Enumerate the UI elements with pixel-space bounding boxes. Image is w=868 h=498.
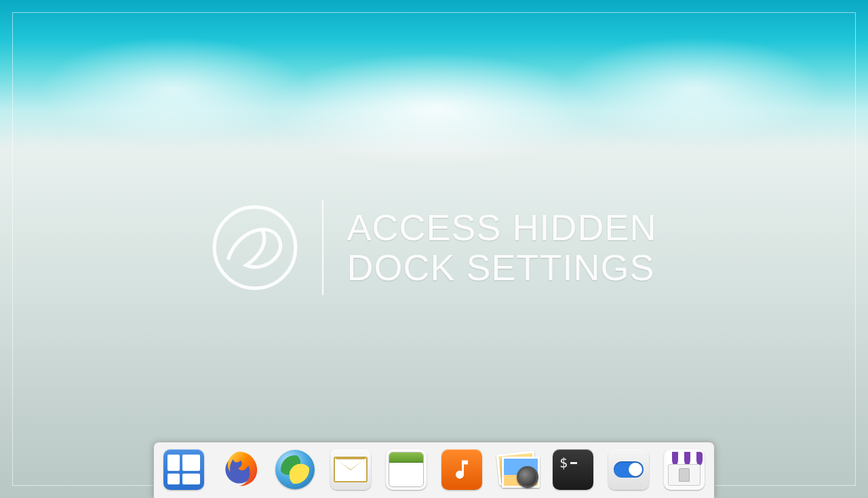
dock-item-appcenter[interactable] [663, 448, 706, 491]
firefox-icon [219, 448, 260, 491]
dock-item-photos[interactable] [496, 448, 539, 491]
dock-item-mail[interactable] [329, 448, 372, 491]
globe-icon [275, 450, 315, 489]
dock-item-terminal[interactable]: $ [551, 448, 595, 491]
appcenter-icon [664, 449, 705, 490]
photos-icon [498, 453, 537, 486]
hero-title-line1: ACCESS HIDDEN [347, 208, 656, 248]
mail-icon [330, 449, 371, 490]
calendar-icon [386, 449, 427, 490]
settings-icon [608, 449, 649, 490]
dock-item-web[interactable] [273, 448, 317, 491]
hero-divider [322, 200, 323, 295]
hero-banner: ACCESS HIDDEN DOCK SETTINGS [0, 200, 868, 295]
dock-item-firefox[interactable] [218, 448, 261, 491]
desktop-wallpaper: ACCESS HIDDEN DOCK SETTINGS [0, 0, 868, 498]
svg-point-0 [215, 207, 296, 288]
dock-item-calendar[interactable] [384, 448, 428, 491]
multitasking-icon [163, 449, 204, 490]
terminal-icon: $ [553, 449, 593, 490]
dock-item-music[interactable] [440, 448, 484, 491]
music-icon [441, 449, 482, 490]
hero-title-line2: DOCK SETTINGS [347, 248, 656, 288]
dock-item-settings[interactable] [607, 448, 650, 491]
dock-item-multitasking[interactable] [162, 448, 205, 491]
hero-title: ACCESS HIDDEN DOCK SETTINGS [347, 208, 656, 288]
dock-container: $ [153, 442, 715, 498]
elementary-logo-icon [211, 204, 299, 292]
dock: $ [153, 442, 715, 498]
